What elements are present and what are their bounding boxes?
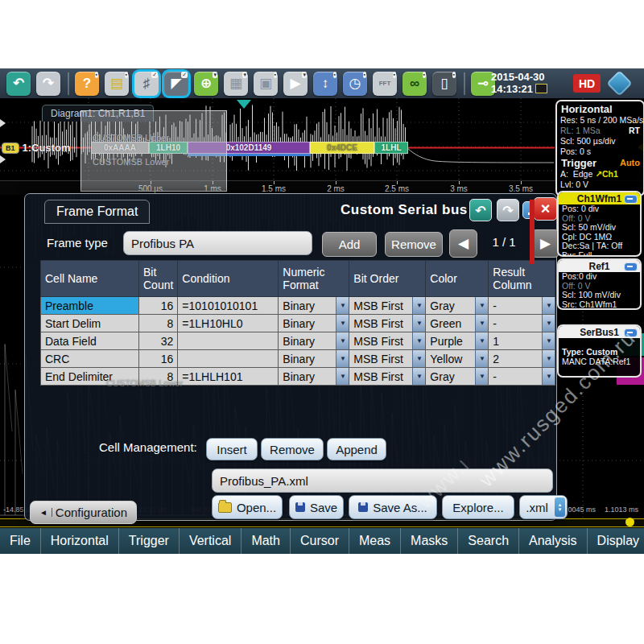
dropdown-arrow-icon[interactable]: ▼	[475, 297, 488, 314]
ch1wfm1-panel[interactable]: Ch1Wfm1 Pos: 0 divOff: 0 VScl: 50 mV/div…	[557, 191, 642, 257]
menu-masks[interactable]: Masks	[401, 528, 458, 554]
zoom-region-overlay[interactable]	[80, 110, 227, 192]
menu-math[interactable]: Math	[242, 528, 291, 554]
cell-bit-order[interactable]: MSB First▼	[349, 332, 426, 350]
cell-result-column[interactable]: -▼	[489, 297, 555, 315]
cell-bit-count[interactable]: 8	[139, 315, 178, 332]
cell-bit-count[interactable]: 16	[139, 297, 178, 315]
cell-numeric-format[interactable]: Binary▼	[279, 332, 349, 350]
filename-field[interactable]: Profibus_PA.xml	[212, 469, 553, 493]
marker-icon[interactable]: ▶▾	[283, 72, 308, 96]
menu-vertical[interactable]: Vertical	[180, 528, 242, 554]
cell-bit-count[interactable]: 16	[139, 350, 178, 368]
dropdown-arrow-icon[interactable]: ▼	[542, 297, 555, 314]
cursor-select-icon[interactable]: ◤✓	[164, 72, 188, 96]
dropdown-arrow-icon[interactable]: ▼	[336, 332, 349, 349]
cell-condition[interactable]: =1LHLH101	[178, 368, 279, 386]
dropdown-arrow-icon[interactable]: ▼	[412, 350, 425, 367]
cell-name[interactable]: Preamble	[41, 297, 139, 315]
cell-result-column[interactable]: -▼	[489, 315, 555, 332]
menu-trigger[interactable]: Trigger	[119, 528, 180, 554]
cell-result-column[interactable]: -▼	[489, 368, 555, 386]
add-button[interactable]: Add	[322, 232, 377, 257]
cell-name[interactable]: CRC	[41, 350, 139, 368]
ref1-panel[interactable]: Ref1 Pos:0 divOff: 0 VScl: 100 mV/divSrc…	[557, 258, 642, 310]
cell-result-column[interactable]: 1▼	[489, 332, 555, 350]
cell-color[interactable]: Gray▼	[426, 368, 489, 386]
remove-cell-button[interactable]: Remove	[261, 438, 324, 460]
menu-meas[interactable]: Meas	[349, 528, 401, 554]
menu-file[interactable]: File	[0, 528, 41, 554]
dropdown-arrow-icon[interactable]: ▼	[475, 332, 488, 349]
cell-bit-order[interactable]: MSB First▼	[349, 350, 426, 368]
minimize-pill-icon[interactable]	[624, 262, 638, 271]
append-cell-button[interactable]: Append	[327, 438, 386, 460]
dropdown-arrow-icon[interactable]: ▼	[412, 297, 425, 314]
minimize-pill-icon[interactable]	[624, 195, 638, 204]
cell-color[interactable]: Gray▼	[426, 297, 489, 315]
dropdown-arrow-icon[interactable]: ▼	[412, 315, 425, 332]
configuration-button[interactable]: ◄Configuration	[30, 501, 137, 524]
cell-bit-order[interactable]: MSB First▼	[349, 368, 426, 386]
mask-test-icon[interactable]: ▣▪	[254, 72, 278, 96]
open-file-icon[interactable]: ▤▪	[105, 72, 129, 96]
cell-numeric-format[interactable]: Binary▼	[279, 315, 349, 332]
close-button[interactable]: ×	[534, 197, 557, 221]
cell-color[interactable]: Purple▼	[426, 332, 489, 350]
acquisition-timer-icon[interactable]: ◷▪	[343, 72, 367, 96]
cell-numeric-format[interactable]: Binary▼	[279, 297, 349, 315]
menu-analysis[interactable]: Analysis	[519, 528, 588, 554]
dropdown-arrow-icon[interactable]: ▼	[412, 332, 425, 349]
dropdown-arrow-icon[interactable]: ▼	[475, 315, 488, 332]
dropdown-arrow-icon[interactable]: ▼	[336, 368, 349, 385]
search-icon[interactable]: ∞▪	[402, 72, 427, 96]
explore-button[interactable]: Explore...	[442, 495, 514, 519]
bus-signal-label[interactable]: B1 1:Custom	[2, 142, 70, 154]
dropdown-arrow-icon[interactable]: ▼	[542, 315, 555, 332]
insert-cell-button[interactable]: Insert	[206, 438, 258, 460]
redo-button[interactable]: ↷	[497, 199, 519, 221]
cell-result-column[interactable]: 2▼	[489, 350, 555, 368]
serbus1-panel[interactable]: SerBus1 Type: CustomMANC DATA:Ref1	[557, 324, 642, 378]
dropdown-arrow-icon[interactable]: ▼	[542, 368, 555, 385]
menu-cursor[interactable]: Cursor	[291, 528, 349, 554]
minimize-pill-icon[interactable]	[624, 328, 638, 337]
dropdown-arrow-icon[interactable]: ▼	[542, 350, 555, 367]
cell-bit-count[interactable]: 32	[139, 332, 178, 350]
dropdown-arrow-icon[interactable]: ▼	[412, 368, 425, 385]
cell-numeric-format[interactable]: Binary▼	[279, 368, 349, 386]
cell-name[interactable]: Data Field	[41, 332, 139, 350]
delete-icon[interactable]: ▯▪	[432, 72, 456, 96]
signal-levels-icon[interactable]: ♯✓	[134, 72, 159, 96]
dropdown-arrow-icon[interactable]: ▼	[475, 368, 488, 385]
horizontal-trigger-panel[interactable]: Horizontal Res: 5 ns / 200 MSa/s RL: 1 M…	[555, 100, 644, 196]
save-button[interactable]: Save	[289, 495, 344, 519]
cell-condition[interactable]: =10101010101	[178, 297, 279, 315]
spinner-arrows-icon[interactable]: ▲▼	[555, 497, 565, 517]
next-page-button[interactable]: ▶	[531, 229, 559, 258]
cell-condition[interactable]: =1LH10HL0	[178, 315, 279, 332]
undo-button[interactable]: ↶	[469, 199, 492, 221]
menu-display[interactable]: Display	[588, 528, 644, 554]
save-as-button[interactable]: Save As...	[349, 495, 437, 519]
trigger-position-marker[interactable]	[237, 100, 251, 109]
dropdown-arrow-icon[interactable]: ▼	[475, 350, 488, 367]
file-extension-select[interactable]: .xml▲▼	[519, 495, 568, 519]
previous-page-button[interactable]: ◀	[449, 229, 477, 258]
cell-name[interactable]: Start Delim	[41, 315, 139, 332]
dropdown-arrow-icon[interactable]: ▼	[336, 315, 349, 332]
dropdown-arrow-icon[interactable]: ▼	[336, 350, 349, 367]
tab-frame-format[interactable]: Frame Format	[44, 200, 150, 224]
remove-button[interactable]: Remove	[385, 232, 443, 257]
cell-numeric-format[interactable]: Binary▼	[279, 350, 349, 368]
cell-condition[interactable]	[178, 332, 279, 350]
menu-search[interactable]: Search	[458, 528, 519, 554]
dropdown-arrow-icon[interactable]: ▼	[336, 297, 349, 314]
zoom-icon[interactable]: ⊕▾	[194, 72, 218, 96]
vertical-scale-icon[interactable]: ↕▪	[313, 72, 337, 96]
grid-measure-icon[interactable]: ▦▾	[224, 72, 248, 96]
open-button[interactable]: Open...	[212, 495, 283, 519]
cell-bit-order[interactable]: MSB First▼	[349, 297, 426, 315]
waveform-display[interactable]: Diagram1: Ch1,R1,B1 CUSTOMSB Upper CUSTO…	[0, 98, 644, 528]
redo-icon[interactable]: ↷	[36, 72, 60, 96]
